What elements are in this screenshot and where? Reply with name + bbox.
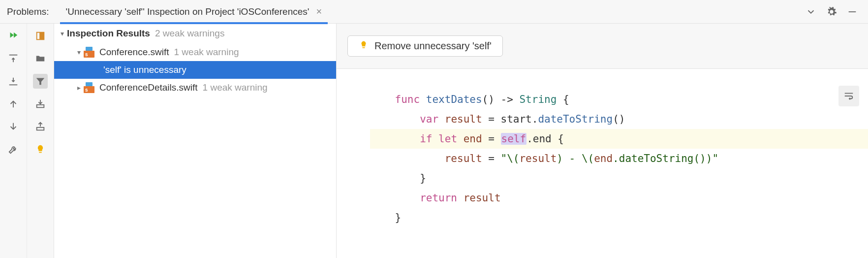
minimize-icon[interactable] <box>846 6 858 18</box>
tree-file-conference[interactable]: ▾ s Conference.swift 1 weak warning <box>54 43 336 61</box>
action-bar: Remove unnecessary 'self' <box>337 24 868 69</box>
toolbar-column-1 <box>0 24 27 258</box>
svg-rect-10 <box>41 32 44 40</box>
filter-icon[interactable] <box>33 74 48 89</box>
quick-fix-button[interactable]: Remove unnecessary 'self' <box>347 35 503 57</box>
code-line: } <box>370 168 868 188</box>
svg-marker-11 <box>36 78 45 85</box>
import-icon[interactable] <box>33 97 48 111</box>
soft-wrap-icon[interactable] <box>838 86 859 106</box>
close-icon[interactable]: × <box>316 6 322 17</box>
svg-marker-2 <box>14 32 17 38</box>
tree-title: Inspection Results <box>67 28 150 39</box>
tree-file-conferencedetails[interactable]: ▸ s ConferenceDetails.swift 1 weak warni… <box>54 79 336 97</box>
toolbar-column-2 <box>27 24 54 258</box>
file-name: Conference.swift <box>99 47 169 58</box>
code-line: result = "\(result) - \(end.dateToString… <box>370 149 868 168</box>
rerun-icon[interactable] <box>6 29 21 43</box>
code-line-highlighted: if let end = self.end { <box>370 129 868 149</box>
svg-rect-16 <box>39 152 42 153</box>
highlight-group-icon[interactable] <box>33 29 48 43</box>
folder-icon[interactable] <box>33 51 48 66</box>
chevron-right-icon[interactable]: ▸ <box>74 84 84 92</box>
gear-icon[interactable] <box>826 6 837 18</box>
svg-rect-17 <box>363 47 365 48</box>
chevron-down-icon[interactable]: ▾ <box>74 48 84 56</box>
header-bar: Problems: 'Unnecessary 'self'' Inspectio… <box>0 0 868 24</box>
swift-file-icon: s <box>84 82 96 93</box>
svg-rect-9 <box>37 32 40 40</box>
collapse-vertical-icon[interactable] <box>6 74 21 89</box>
prev-icon[interactable] <box>6 97 21 111</box>
header-right-controls <box>805 6 861 18</box>
swift-file-icon: s <box>84 47 96 58</box>
tree-warning-self-unnecessary[interactable]: 'self' is unnecessary <box>54 61 336 79</box>
detail-pane: Remove unnecessary 'self' func textDates… <box>336 24 868 258</box>
next-icon[interactable] <box>6 119 21 134</box>
chevron-down-icon[interactable]: ▾ <box>57 30 67 37</box>
bulb-icon <box>359 40 369 52</box>
main-area: ▾ Inspection Results 2 weak warnings ▾ s… <box>0 24 868 258</box>
tree-title-summary: 2 weak warnings <box>155 28 225 39</box>
chevron-down-icon[interactable] <box>805 6 817 18</box>
code-line: func textDates() -> String { <box>370 90 868 109</box>
file-summary: 1 weak warning <box>174 47 239 58</box>
quick-fix-label: Remove unnecessary 'self' <box>374 40 492 52</box>
svg-rect-12 <box>37 105 44 108</box>
export-icon[interactable] <box>33 119 48 134</box>
bulb-icon[interactable] <box>33 142 48 157</box>
file-name: ConferenceDetails.swift <box>99 82 198 93</box>
inspection-tab[interactable]: 'Unnecessary 'self'' Inspection on Proje… <box>60 0 328 24</box>
inspection-tree: ▾ Inspection Results 2 weak warnings ▾ s… <box>54 24 336 258</box>
problems-label: Problems: <box>7 6 49 17</box>
tab-title: 'Unnecessary 'self'' Inspection on Proje… <box>66 6 310 17</box>
code-line: } <box>370 208 868 227</box>
code-editor[interactable]: func textDates() -> String { var result … <box>337 69 868 258</box>
code-line: var result = start.dateToString() <box>370 109 868 129</box>
warning-label: 'self' is unnecessary <box>103 64 186 75</box>
code-line: return result <box>370 188 868 208</box>
tree-root[interactable]: ▾ Inspection Results 2 weak warnings <box>54 24 336 43</box>
expand-vertical-icon[interactable] <box>6 51 21 66</box>
svg-rect-14 <box>37 128 44 130</box>
svg-marker-1 <box>10 32 14 38</box>
wrench-icon[interactable] <box>6 142 21 157</box>
file-summary: 1 weak warning <box>203 82 268 93</box>
